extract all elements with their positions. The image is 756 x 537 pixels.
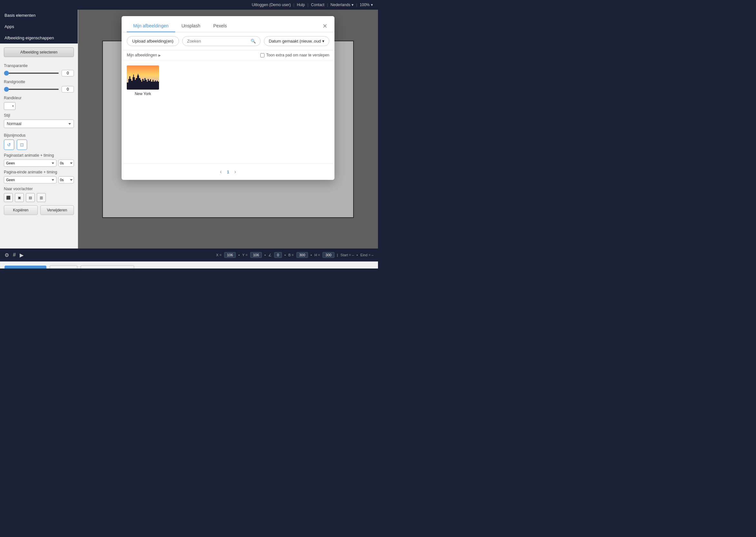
kopieren-button[interactable]: Kopiëren [4, 205, 38, 215]
bijsnij-rotate-button[interactable]: ↺ [4, 140, 14, 150]
rotate-icon: ↺ [7, 142, 11, 147]
tab-mijn-afbeeldingen[interactable]: Mijn afbeeldingen [127, 20, 175, 32]
save-back-button[interactable]: Opslaan & terug [5, 266, 46, 269]
dot-5: | [337, 253, 338, 257]
save-button[interactable]: Opslaan [50, 265, 77, 269]
transparantie-row: 0 [4, 70, 74, 76]
animatie-start-row: Geen 0s [4, 160, 74, 167]
color-chevron-icon: ▾ [12, 104, 14, 108]
x-value[interactable]: 106 [224, 252, 236, 258]
image-item-new-york[interactable]: New York [127, 65, 159, 96]
dashboard-button[interactable]: Terug naar dashboard [81, 265, 134, 269]
naar-achter-step-button[interactable]: ▤ [26, 193, 35, 202]
sidebar-item-afbeelding-eigenschappen[interactable]: Afbeelding eigenschappen [0, 32, 78, 44]
play-icon[interactable]: ▶ [20, 252, 23, 258]
stijl-label: Stijl [4, 113, 74, 118]
extra-pad-checkbox[interactable] [260, 53, 264, 58]
canvas-area: Mijn afbeeldingen Unsplash Pexels ✕ Uplo… [78, 10, 378, 249]
start-label: Start = – [340, 253, 354, 257]
randkleur-swatch[interactable]: ▾ [4, 102, 16, 110]
transparantie-label: Transparantie [4, 63, 74, 68]
next-page-button[interactable]: › [232, 168, 239, 176]
angle-value[interactable]: 0 [274, 252, 282, 258]
x-label: X = [216, 253, 222, 257]
breadcrumb-label: Mijn afbeeldingen [127, 53, 157, 58]
dot-1: • [238, 253, 240, 257]
dot-3: • [285, 253, 286, 257]
top-navigation: Uitloggen (Demo user) | Hulp | Contact |… [0, 0, 378, 10]
image-thumbnail-new-york [127, 65, 159, 90]
new-york-skyline-image [127, 65, 159, 90]
animatie-start-timing-select[interactable]: 0s [58, 160, 74, 167]
verwijderen-button[interactable]: Verwijderen [40, 205, 74, 215]
sidebar-item-basis-elementen[interactable]: Basis elementen [0, 10, 78, 21]
modal-overlay: Mijn afbeeldingen Unsplash Pexels ✕ Uplo… [78, 10, 378, 249]
step-back-icon: ▤ [29, 196, 32, 200]
crop-icon: ⊡ [20, 142, 24, 147]
sort-button[interactable]: Datum gemaakt (nieuw..oud ▾ [264, 36, 329, 46]
separator-4: | [356, 3, 357, 7]
search-icon: 🔍 [250, 39, 256, 44]
action-buttons-row: Kopiëren Verwijderen [4, 205, 74, 215]
b-value[interactable]: 300 [296, 252, 308, 258]
current-page: 1 [227, 170, 229, 174]
search-input[interactable] [187, 39, 249, 44]
bijsnij-crop-button[interactable]: ⊡ [17, 140, 27, 150]
h-label: H = [314, 253, 320, 257]
help-link[interactable]: Hulp [297, 3, 305, 7]
extra-pad-label: Toon extra pad om naar te verslepen [266, 53, 329, 58]
grid-icon[interactable]: # [13, 252, 16, 258]
randgrootte-slider[interactable] [4, 89, 59, 90]
animatie-einde-row: Geen 0s [4, 176, 74, 184]
settings-icon[interactable]: ⚙ [5, 252, 9, 258]
naar-label: Naar voor/achter [4, 186, 74, 191]
separator-1: | [293, 3, 294, 7]
animatie-einde-timing-select[interactable]: 0s [58, 176, 74, 184]
einde-label: Eind = – [360, 253, 374, 257]
naar-achtergrond-button[interactable]: ▥ [37, 193, 46, 202]
zoom-selector[interactable]: 100% ▾ [360, 3, 373, 7]
dot-4: • [311, 253, 312, 257]
animatie-einde-select[interactable]: Geen [4, 176, 57, 184]
modal-toolbar: Upload afbeelding(en) 🔍 Datum gemaakt (n… [122, 32, 334, 50]
tab-pexels[interactable]: Pexels [207, 20, 233, 32]
animatie-start-label: Paginastart animatie + timing [4, 153, 74, 158]
coordinates-panel: X = 106 • Y = 106 • ∠ 0 • B = 300 • H = … [216, 252, 374, 258]
modal-close-button[interactable]: ✕ [321, 21, 329, 31]
zoom-value: 100% [360, 3, 370, 7]
sort-chevron-icon: ▾ [322, 39, 325, 44]
to-front-icon: ⬛ [6, 196, 11, 200]
select-image-button[interactable]: Afbeelding selecteren [4, 47, 74, 57]
tab-unsplash[interactable]: Unsplash [175, 20, 207, 32]
animatie-start-select[interactable]: Geen [4, 160, 57, 167]
logout-link[interactable]: Uitloggen (Demo user) [252, 3, 291, 7]
naar-voorgrond-button[interactable]: ⬛ [4, 193, 13, 202]
upload-button[interactable]: Upload afbeelding(en) [127, 36, 179, 46]
prev-page-button[interactable]: ‹ [217, 168, 224, 176]
zoom-chevron-icon: ▾ [371, 3, 373, 7]
stijl-select[interactable]: Normaal [4, 120, 74, 128]
separator-2: | [307, 3, 308, 7]
sidebar-properties-panel: Afbeelding selecteren Transparantie 0 Ra… [0, 44, 78, 219]
h-value[interactable]: 300 [323, 252, 334, 258]
language-chevron-icon: ▾ [352, 3, 353, 7]
search-field-container: 🔍 [182, 36, 261, 46]
naar-voor-step-button[interactable]: ▣ [15, 193, 24, 202]
transparantie-slider[interactable] [4, 72, 59, 74]
breadcrumb-arrow-icon[interactable]: ▶ [158, 54, 161, 57]
language-selector[interactable]: Nederlands ▾ [331, 3, 353, 7]
randgrootte-input[interactable]: 0 [62, 86, 74, 93]
bottom-status-bar: ⚙ # ▶ X = 106 • Y = 106 • ∠ 0 • B = 300 … [0, 249, 378, 262]
animatie-einde-label: Pagina-einde animatie + timing [4, 170, 74, 174]
footer: Opslaan & terug Opslaan Terug naar dashb… [0, 262, 378, 268]
y-value[interactable]: 106 [250, 252, 262, 258]
modal-image-grid: New York [122, 60, 334, 163]
sidebar-item-apps[interactable]: Apps [0, 21, 78, 32]
modal-header: Mijn afbeeldingen Unsplash Pexels ✕ [122, 16, 334, 32]
dot-6: • [356, 253, 358, 257]
transparantie-input[interactable]: 0 [62, 70, 74, 76]
y-label: Y = [242, 253, 248, 257]
image-picker-modal: Mijn afbeeldingen Unsplash Pexels ✕ Uplo… [122, 16, 334, 180]
contact-link[interactable]: Contact [311, 3, 324, 7]
randgrootte-row: 0 [4, 86, 74, 93]
